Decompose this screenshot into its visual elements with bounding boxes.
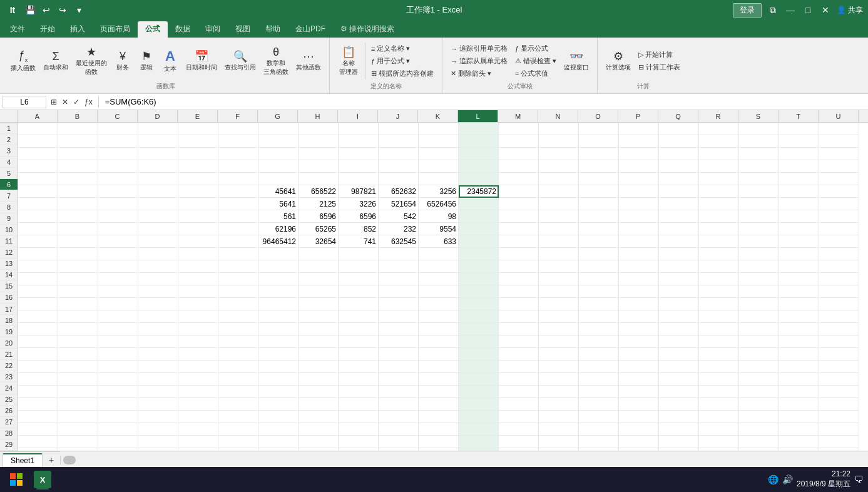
row-num-21[interactable]: 21 bbox=[0, 349, 18, 360]
cell-I23[interactable] bbox=[339, 398, 379, 411]
cell-N2[interactable] bbox=[539, 135, 579, 148]
cell-E25[interactable] bbox=[178, 423, 218, 436]
cell-M22[interactable] bbox=[499, 386, 539, 398]
cell-H25[interactable] bbox=[299, 423, 339, 436]
cell-F25[interactable] bbox=[218, 423, 258, 436]
cell-G24[interactable] bbox=[258, 411, 299, 423]
cell-O25[interactable] bbox=[579, 423, 619, 436]
cell-A12[interactable] bbox=[18, 260, 58, 273]
insert-function-button[interactable]: ƒx 插入函数 bbox=[8, 48, 39, 75]
cell-A7[interactable] bbox=[18, 198, 58, 210]
cell-H7[interactable]: 2125 bbox=[299, 198, 339, 210]
auto-sum-button[interactable]: Σ 自动求和 bbox=[40, 49, 71, 74]
start-button[interactable] bbox=[5, 468, 28, 491]
cell-C9[interactable] bbox=[98, 223, 138, 235]
cell-F17[interactable] bbox=[218, 323, 258, 336]
cell-S19[interactable] bbox=[739, 348, 779, 361]
cell-Q20[interactable] bbox=[659, 361, 699, 373]
cell-G21[interactable] bbox=[258, 373, 299, 386]
cell-S7[interactable] bbox=[739, 198, 779, 210]
cell-K10[interactable]: 633 bbox=[419, 235, 459, 248]
cell-F5[interactable] bbox=[218, 173, 258, 185]
col-header-S[interactable]: S bbox=[738, 110, 779, 122]
cell-L2[interactable] bbox=[459, 135, 499, 148]
cell-M14[interactable] bbox=[499, 285, 539, 298]
cell-U20[interactable] bbox=[819, 361, 859, 373]
cell-J26[interactable] bbox=[379, 436, 419, 448]
cell-H8[interactable]: 6596 bbox=[299, 210, 339, 223]
row-num-14[interactable]: 14 bbox=[0, 270, 18, 281]
row-num-11[interactable]: 11 bbox=[0, 236, 18, 247]
cell-O17[interactable] bbox=[579, 323, 619, 336]
cell-N21[interactable] bbox=[539, 373, 579, 386]
cell-O18[interactable] bbox=[579, 336, 619, 348]
confirm-formula-icon[interactable]: ✓ bbox=[71, 96, 81, 108]
cell-F7[interactable] bbox=[218, 198, 258, 210]
cell-J18[interactable] bbox=[379, 336, 419, 348]
cell-J27[interactable] bbox=[379, 448, 419, 451]
cell-T7[interactable] bbox=[779, 198, 819, 210]
tab-insert[interactable]: 插入 bbox=[63, 21, 93, 38]
cell-P13[interactable] bbox=[619, 273, 659, 285]
cell-C1[interactable] bbox=[98, 123, 138, 135]
cell-T13[interactable] bbox=[779, 273, 819, 285]
taskbar-network-icon[interactable]: 🌐 bbox=[768, 474, 779, 484]
cell-R26[interactable] bbox=[699, 436, 739, 448]
cell-B27[interactable] bbox=[58, 448, 98, 451]
cell-M1[interactable] bbox=[499, 123, 539, 135]
cell-J22[interactable] bbox=[379, 386, 419, 398]
col-header-A[interactable]: A bbox=[18, 110, 58, 122]
cell-T11[interactable] bbox=[779, 248, 819, 260]
cell-C14[interactable] bbox=[98, 285, 138, 298]
col-header-U[interactable]: U bbox=[819, 110, 859, 122]
cell-G17[interactable] bbox=[258, 323, 299, 336]
cell-H22[interactable] bbox=[299, 386, 339, 398]
cell-K17[interactable] bbox=[419, 323, 459, 336]
cell-K3[interactable] bbox=[419, 148, 459, 160]
cell-S14[interactable] bbox=[739, 285, 779, 298]
cell-J20[interactable] bbox=[379, 361, 419, 373]
cell-S22[interactable] bbox=[739, 386, 779, 398]
cell-O15[interactable] bbox=[579, 298, 619, 310]
cell-M17[interactable] bbox=[499, 323, 539, 336]
cell-O26[interactable] bbox=[579, 436, 619, 448]
cell-O24[interactable] bbox=[579, 411, 619, 423]
cell-L26[interactable] bbox=[459, 436, 499, 448]
cell-G25[interactable] bbox=[258, 423, 299, 436]
cell-S9[interactable] bbox=[739, 223, 779, 235]
cell-C22[interactable] bbox=[98, 386, 138, 398]
cell-I24[interactable] bbox=[339, 411, 379, 423]
cell-P17[interactable] bbox=[619, 323, 659, 336]
math-trig-button[interactable]: θ 数学和三角函数 bbox=[260, 44, 292, 78]
cell-C13[interactable] bbox=[98, 273, 138, 285]
cell-R24[interactable] bbox=[699, 411, 739, 423]
close-icon[interactable]: ✕ bbox=[819, 4, 832, 16]
cell-T16[interactable] bbox=[779, 310, 819, 323]
cell-A23[interactable] bbox=[18, 398, 58, 411]
error-checking-button[interactable]: ⚠ 错误检查 ▾ bbox=[512, 55, 559, 67]
cell-H26[interactable] bbox=[299, 436, 339, 448]
col-header-C[interactable]: C bbox=[98, 110, 138, 122]
cell-reference-input[interactable] bbox=[3, 96, 46, 108]
cell-B12[interactable] bbox=[58, 260, 98, 273]
cell-O10[interactable] bbox=[579, 235, 619, 248]
sheet-tab-sheet1[interactable]: Sheet1 bbox=[3, 453, 43, 467]
cell-N9[interactable] bbox=[539, 223, 579, 235]
cell-O8[interactable] bbox=[579, 210, 619, 223]
tab-page-layout[interactable]: 页面布局 bbox=[93, 21, 138, 38]
cell-Q13[interactable] bbox=[659, 273, 699, 285]
col-header-I[interactable]: I bbox=[338, 110, 378, 122]
cell-O2[interactable] bbox=[579, 135, 619, 148]
cell-K26[interactable] bbox=[419, 436, 459, 448]
cell-G6[interactable]: 45641 bbox=[258, 185, 299, 198]
cell-U14[interactable] bbox=[819, 285, 859, 298]
cell-S3[interactable] bbox=[739, 148, 779, 160]
cell-K18[interactable] bbox=[419, 336, 459, 348]
cell-P21[interactable] bbox=[619, 373, 659, 386]
cell-Q9[interactable] bbox=[659, 223, 699, 235]
cell-A16[interactable] bbox=[18, 310, 58, 323]
cell-T3[interactable] bbox=[779, 148, 819, 160]
cell-Q12[interactable] bbox=[659, 260, 699, 273]
cell-C2[interactable] bbox=[98, 135, 138, 148]
cell-P10[interactable] bbox=[619, 235, 659, 248]
